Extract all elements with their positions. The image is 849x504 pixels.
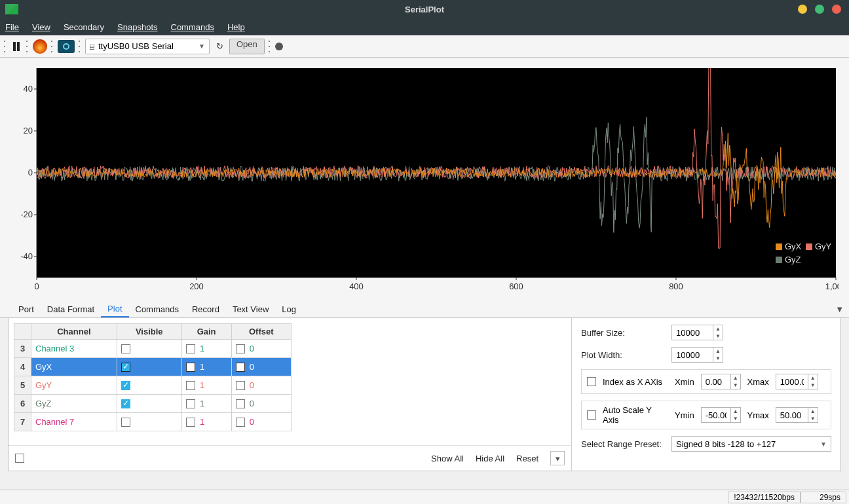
visible-checkbox[interactable]	[121, 418, 130, 427]
titlebar: SerialPlot	[0, 0, 849, 18]
close-button[interactable]	[832, 5, 841, 14]
visible-checkbox[interactable]	[121, 399, 130, 408]
gain-value[interactable]: 1	[200, 417, 204, 427]
col-offset[interactable]: Offset	[231, 324, 291, 340]
table-row[interactable]: 3Channel 3 1 0	[14, 340, 292, 358]
gain-value[interactable]: 1	[200, 344, 204, 353]
xmax-input[interactable]: ▲▼	[776, 374, 818, 389]
col-gain[interactable]: Gain	[181, 324, 231, 340]
expand-icon[interactable]: ▼	[835, 304, 844, 314]
table-row[interactable]: 7Channel 7 1 0	[14, 413, 292, 431]
menu-commands[interactable]: Commands	[171, 22, 214, 32]
tab-record[interactable]: Record	[185, 302, 226, 317]
gain-value[interactable]: 1	[200, 380, 204, 390]
reset-menu-button[interactable]: ▾	[550, 451, 565, 465]
toolbar-grip[interactable]	[51, 41, 54, 52]
col-visible[interactable]: Visible	[117, 324, 181, 340]
svg-text:0: 0	[34, 281, 39, 291]
plot-width-label: Plot Width:	[581, 350, 666, 360]
svg-text:0: 0	[28, 168, 33, 177]
offset-checkbox[interactable]	[236, 363, 245, 372]
offset-checkbox[interactable]	[236, 418, 245, 427]
gain-value[interactable]: 1	[200, 399, 204, 408]
port-select[interactable]: ⌸ ttyUSB0 USB Serial ▼	[85, 39, 210, 54]
table-row[interactable]: 6GyZ 1 0	[14, 395, 292, 413]
svg-text:GyY: GyY	[815, 242, 832, 251]
toolbar-grip[interactable]	[269, 41, 271, 52]
autoscale-y-checkbox[interactable]	[587, 410, 596, 420]
reload-ports-button[interactable]: ↻	[214, 41, 225, 52]
svg-text:20: 20	[24, 126, 33, 135]
channel-name[interactable]: GyX	[31, 358, 117, 376]
menu-file[interactable]: File	[5, 22, 19, 32]
gain-checkbox[interactable]	[186, 399, 195, 408]
toolbar-grip[interactable]	[79, 41, 81, 52]
channel-name[interactable]: Channel 7	[31, 413, 117, 431]
channel-name[interactable]: GyY	[31, 376, 117, 395]
preset-value: Signed 8 bits -128 to +127	[676, 439, 776, 449]
tab-data-format[interactable]: Data Format	[41, 302, 101, 317]
menu-secondary[interactable]: Secondary	[64, 22, 104, 32]
xmin-input[interactable]: ▲▼	[701, 374, 741, 389]
tab-commands[interactable]: Commands	[129, 302, 185, 317]
ymax-input[interactable]: ▲▼	[776, 407, 818, 423]
gain-checkbox[interactable]	[186, 344, 195, 353]
offset-checkbox[interactable]	[236, 344, 245, 353]
open-port-button[interactable]: Open	[229, 39, 265, 54]
offset-checkbox[interactable]	[236, 399, 245, 408]
statusbar: !23432/11520bps 29sps	[0, 490, 849, 504]
xmax-label: Xmax	[747, 377, 769, 387]
offset-value[interactable]: 0	[250, 362, 254, 372]
menu-view[interactable]: View	[32, 22, 50, 32]
gain-checkbox[interactable]	[186, 418, 195, 427]
tab-log[interactable]: Log	[275, 302, 303, 317]
visible-checkbox[interactable]	[121, 381, 130, 390]
visible-checkbox[interactable]	[121, 344, 130, 353]
tab-text-view[interactable]: Text View	[226, 302, 275, 317]
offset-value[interactable]: 0	[250, 399, 254, 408]
row-index: 3	[14, 340, 31, 358]
toolbar-grip[interactable]	[4, 41, 7, 52]
menu-snapshots[interactable]: Snapshots	[117, 22, 157, 32]
gain-checkbox[interactable]	[186, 363, 195, 372]
record-indicator[interactable]	[275, 43, 283, 50]
visible-checkbox[interactable]	[121, 363, 130, 372]
status-bps: !23432/11520bps	[728, 492, 801, 503]
menu-help[interactable]: Help	[227, 22, 245, 32]
tab-plot[interactable]: Plot	[101, 301, 128, 317]
minimize-button[interactable]	[798, 5, 807, 14]
menubar: File View Secondary Snapshots Commands H…	[0, 18, 849, 35]
table-row[interactable]: 4GyX 1 0	[14, 358, 292, 376]
gain-checkbox[interactable]	[186, 381, 195, 390]
buffer-size-input[interactable]: ▲▼	[671, 325, 723, 340]
usb-icon: ⌸	[90, 43, 94, 50]
ymin-input[interactable]: ▲▼	[701, 407, 741, 423]
channel-table: Channel Visible Gain Offset 3Channel 3 1…	[14, 323, 292, 431]
chevron-down-icon: ▼	[820, 441, 827, 448]
toolbar-grip[interactable]	[26, 41, 29, 52]
offset-value[interactable]: 0	[250, 344, 254, 353]
show-all-button[interactable]: Show All	[431, 454, 464, 463]
svg-text:200: 200	[189, 281, 204, 291]
hide-all-button[interactable]: Hide All	[476, 454, 504, 463]
index-as-x-checkbox[interactable]	[587, 377, 596, 386]
offset-checkbox[interactable]	[236, 381, 245, 390]
channel-name[interactable]: Channel 3	[31, 340, 117, 358]
offset-value[interactable]: 0	[250, 380, 254, 390]
offset-value[interactable]: 0	[250, 417, 254, 427]
range-preset-select[interactable]: Signed 8 bits -128 to +127 ▼	[671, 436, 831, 452]
reset-button[interactable]: Reset	[516, 454, 538, 463]
select-all-checkbox[interactable]	[15, 454, 24, 463]
plot-width-input[interactable]: ▲▼	[671, 347, 723, 363]
col-channel[interactable]: Channel	[31, 324, 117, 340]
pause-button[interactable]	[10, 41, 22, 52]
channel-name[interactable]: GyZ	[31, 395, 117, 413]
maximize-button[interactable]	[815, 5, 824, 14]
gain-value[interactable]: 1	[200, 362, 204, 372]
svg-text:600: 600	[509, 281, 523, 291]
tab-port[interactable]: Port	[12, 302, 41, 317]
table-row[interactable]: 5GyY 1 0	[14, 376, 292, 395]
clear-button[interactable]	[33, 39, 47, 54]
plot-canvas[interactable]: 40 20 0 -20 -40 0 200 400 600 800 1,000 …	[10, 65, 839, 298]
snapshot-button[interactable]	[58, 40, 75, 53]
